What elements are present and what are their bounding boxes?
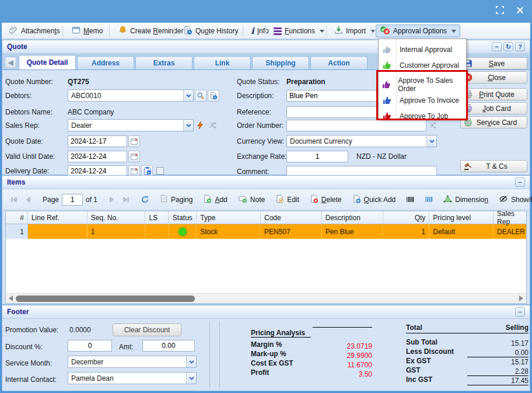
edit-button[interactable]: Edit bbox=[272, 194, 302, 205]
thumbs-up-gray-icon bbox=[379, 45, 396, 54]
menu-item-label: Approve To Job bbox=[396, 112, 448, 120]
lightning-icon[interactable] bbox=[194, 119, 206, 131]
reference-label: Reference: bbox=[237, 108, 271, 116]
scroll-left-icon[interactable] bbox=[9, 295, 13, 301]
shuffle-icon[interactable] bbox=[206, 119, 219, 131]
service-month-combo[interactable]: December bbox=[68, 356, 197, 368]
functions-button[interactable]: Functions bbox=[270, 25, 328, 37]
save-button[interactable]: Save bbox=[460, 57, 527, 69]
status-circle-icon bbox=[178, 227, 187, 237]
column-header[interactable]: LS bbox=[145, 211, 169, 224]
chevron-down-icon[interactable] bbox=[426, 135, 436, 147]
clear-discount-label: Clear Discount bbox=[124, 326, 170, 334]
approval-options-button[interactable]: Approval Options bbox=[376, 25, 460, 37]
column-header[interactable]: Sales Rep bbox=[494, 211, 526, 224]
close-window-icon[interactable] bbox=[514, 5, 525, 15]
print-quote-button[interactable]: Print Quote bbox=[460, 88, 527, 100]
currency-view-combo[interactable]: Document Currency bbox=[286, 135, 437, 147]
t-and-cs-button[interactable]: T & Cs bbox=[460, 160, 527, 172]
quote-number-label: Quote Number: bbox=[5, 78, 53, 86]
minimize-panel-icon[interactable]: − bbox=[492, 42, 502, 51]
menu-item-internal-approval[interactable]: Internal Approval bbox=[379, 42, 466, 57]
dimension-label: Dimension bbox=[455, 196, 488, 204]
amt-input[interactable] bbox=[142, 340, 195, 352]
tab-shipping[interactable]: Shipping bbox=[252, 56, 309, 69]
tab-action[interactable]: Action bbox=[310, 56, 368, 69]
calendar-icon[interactable] bbox=[128, 135, 140, 147]
minimize-panel-icon[interactable]: − bbox=[515, 178, 525, 187]
valid-until-label: Valid Until Date: bbox=[5, 152, 55, 161]
barcode-blue-icon[interactable] bbox=[422, 195, 436, 204]
debtors-combo[interactable]: ABC0010 bbox=[68, 89, 194, 102]
column-header[interactable]: Pricing level bbox=[429, 211, 494, 224]
calendar-icon[interactable] bbox=[128, 151, 140, 162]
valid-until-input[interactable] bbox=[68, 151, 127, 162]
quote-status-value: Preparation bbox=[286, 78, 326, 86]
attachments-button[interactable]: Attachments bbox=[5, 25, 64, 37]
column-header[interactable]: Code bbox=[261, 211, 322, 224]
chevron-down-icon[interactable] bbox=[183, 120, 193, 131]
refresh-icon[interactable] bbox=[138, 195, 152, 204]
memo-button[interactable]: Memo bbox=[68, 25, 107, 37]
column-header[interactable]: Line Ref. bbox=[28, 211, 88, 224]
menu-item-approve-to-sales-order[interactable]: Approve To Sales Order bbox=[379, 77, 466, 92]
page-input[interactable] bbox=[62, 194, 83, 206]
job-card-button[interactable]: Job Card bbox=[460, 102, 527, 114]
note-button[interactable]: Note bbox=[235, 194, 268, 205]
thumbs-up-purple-icon bbox=[379, 80, 394, 89]
tab-scroll-left-icon[interactable]: ◀ bbox=[5, 57, 16, 68]
service-card-button[interactable]: Service Card bbox=[460, 116, 527, 128]
menu-item-approve-to-invoice[interactable]: Approve To Invoice bbox=[379, 93, 466, 108]
maximize-icon[interactable] bbox=[495, 5, 505, 15]
column-header[interactable]: # bbox=[6, 211, 28, 224]
menu-item-approve-to-job[interactable]: Approve To Job bbox=[379, 109, 466, 124]
scroll-right-icon[interactable] bbox=[519, 295, 523, 301]
column-header[interactable]: Status bbox=[169, 211, 197, 224]
refresh-panel-icon[interactable]: ↻ bbox=[503, 42, 513, 51]
barcode-icon[interactable] bbox=[403, 195, 417, 204]
add-button[interactable]: Add bbox=[200, 194, 230, 205]
column-header[interactable]: Type bbox=[197, 211, 261, 224]
quote-date-input[interactable] bbox=[68, 135, 127, 147]
delivery-date-checkbox[interactable] bbox=[156, 167, 164, 175]
discount-percent-input[interactable] bbox=[68, 340, 112, 352]
debtors-value: ABC0010 bbox=[68, 92, 183, 100]
prev-page-icon[interactable] bbox=[21, 196, 35, 204]
column-header[interactable]: Description bbox=[322, 211, 383, 224]
paging-button[interactable]: Paging bbox=[157, 194, 195, 204]
search-icon[interactable] bbox=[195, 90, 206, 102]
chevron-down-icon[interactable] bbox=[183, 90, 193, 101]
next-page-icon[interactable] bbox=[105, 196, 119, 204]
menu-item-customer-approval[interactable]: Customer Approval bbox=[379, 58, 466, 73]
chevron-down-icon[interactable] bbox=[186, 356, 196, 367]
tab-extras[interactable]: Extras bbox=[135, 56, 192, 69]
table-row[interactable]: 1 1 Stock PEN507 Pen Blue 1 Default DEAL… bbox=[6, 224, 526, 239]
delete-button[interactable]: Delete bbox=[307, 194, 345, 205]
chevron-down-icon[interactable] bbox=[186, 373, 196, 384]
last-page-icon[interactable] bbox=[119, 196, 133, 204]
help-icon[interactable]: ? bbox=[515, 42, 525, 51]
quote-history-button[interactable]: Quote History bbox=[179, 25, 242, 37]
service-month-label: Service Month: bbox=[5, 359, 52, 367]
horizontal-scrollbar[interactable] bbox=[6, 293, 526, 303]
debtor-info-icon[interactable] bbox=[208, 90, 219, 102]
tab-address[interactable]: Address bbox=[77, 56, 134, 69]
tab-quote-detail[interactable]: Quote Detail bbox=[19, 55, 76, 69]
dimension-button[interactable]: Dimension bbox=[440, 194, 491, 205]
column-header[interactable]: Seq. No. bbox=[88, 211, 146, 224]
create-reminder-label: Create Reminder bbox=[130, 27, 183, 35]
create-reminder-button[interactable]: Create Reminder bbox=[114, 25, 187, 37]
scrollbar-thumb[interactable] bbox=[16, 295, 195, 302]
exchange-rate-input[interactable] bbox=[286, 151, 348, 162]
show-hide-button[interactable]: Show/Hide bbox=[496, 194, 532, 205]
tab-link[interactable]: Link bbox=[194, 56, 251, 69]
column-header[interactable]: Qty bbox=[383, 211, 430, 224]
close-button[interactable]: Close bbox=[460, 71, 527, 84]
clear-discount-button[interactable]: Clear Discount bbox=[113, 324, 181, 336]
sales-rep-combo[interactable]: Dealer bbox=[68, 119, 194, 131]
first-page-icon[interactable] bbox=[7, 196, 21, 204]
quote-status-label: Quote Status: bbox=[237, 78, 279, 86]
internal-contact-combo[interactable]: Pamela Dean bbox=[68, 372, 197, 384]
quick-add-button[interactable]: Quick Add bbox=[349, 194, 399, 205]
minimize-panel-icon[interactable]: − bbox=[515, 307, 525, 317]
